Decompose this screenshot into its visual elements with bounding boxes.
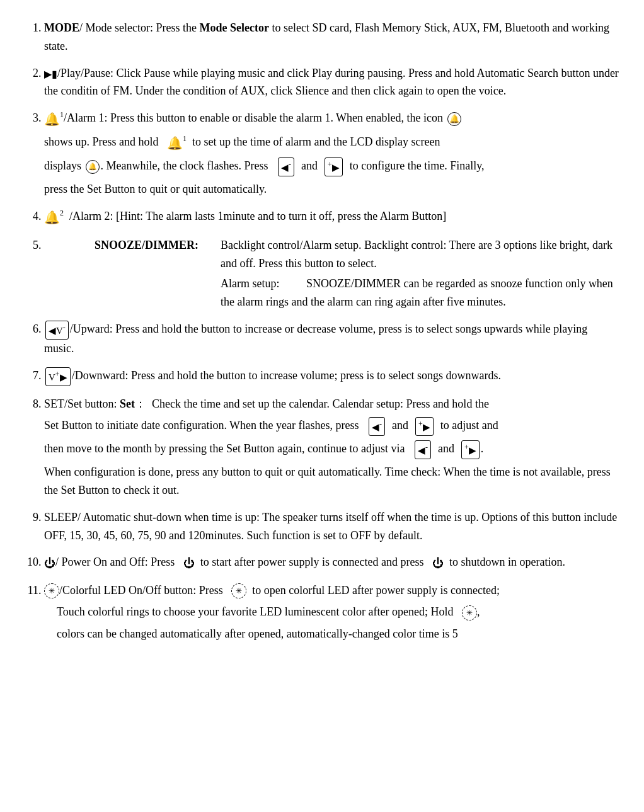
snooze-label: SNOOZE/DIMMER: [95, 236, 221, 273]
led-press-icon: ✳ [231, 583, 246, 598]
snooze-backlight: Backlight control/Alarm setup. Backlight… [221, 236, 619, 273]
alarm1-circle-icon: 🔔 [447, 112, 461, 126]
list-item-8: SET/Set button: Set： Check the time and … [44, 395, 619, 500]
item-8-para1: SET/Set button: Set： Check the time and … [44, 395, 619, 413]
item-1-text: MODE/ Mode selector: Press the Mode Sele… [44, 21, 609, 52]
item-2-text: ▶▮/Play/Pause: Click Pause while playing… [44, 67, 619, 98]
list-item-4: 🔔2 /Alarm 2: [Hint: The alarm lasts 1min… [44, 207, 619, 227]
power-off-icon: ⏻ [432, 554, 444, 573]
list-item-2: ▶▮/Play/Pause: Click Pause while playing… [44, 64, 619, 101]
alarm1-hold-icon: 🔔 [167, 133, 183, 153]
arrow-right-btn: +▶ [325, 157, 343, 176]
item-6-text: ◀V-/Upward: Press and hold the button to… [44, 323, 587, 355]
item-7-text: V+▶/Downward: Press and hold the button … [44, 369, 501, 382]
list-item-11: ✳/Colorful LED On/Off button: Press ✳ to… [44, 581, 619, 643]
set-bold: Set [120, 397, 135, 410]
snooze-alarm-content: Alarm setup: SNOOZE/DIMMER can be regard… [221, 272, 619, 311]
item-8-para2: Set Button to initiate date configuratio… [44, 416, 619, 436]
arrow-left-btn: ◀- [278, 157, 294, 176]
alarm1-icon: 🔔 [44, 109, 60, 129]
snooze-table: SNOOZE/DIMMER: Backlight control/Alarm s… [95, 236, 619, 311]
vol-down-icon: ◀V- [45, 321, 69, 340]
set-arrow-left: ◀- [369, 417, 385, 436]
power-icon: ⏻ [44, 554, 55, 573]
alarm2-icon: 🔔 [44, 207, 60, 227]
vol-up-icon: V+▶ [45, 367, 71, 386]
item-3-para4: press the Set Button to quit or quit aut… [44, 180, 619, 198]
item-11-para1: ✳/Colorful LED On/Off button: Press ✳ to… [44, 581, 619, 600]
item-3-para2: shows up. Press and hold 🔔1 to set up th… [44, 133, 619, 153]
item-10-text: ⏻/ Power On and Off: Press ⏻ to start af… [44, 553, 619, 572]
mode-bold: MODE [44, 21, 79, 34]
set-arrow-left2: ◀- [415, 440, 431, 459]
list-item-6: ◀V-/Upward: Press and hold the button to… [44, 320, 619, 358]
led-hold-icon: ✳ [462, 605, 477, 620]
list-item-7: V+▶/Downward: Press and hold the button … [44, 367, 619, 386]
set-arrow-right2: +▶ [461, 440, 480, 459]
alarm1-displays-icon: 🔔 [86, 160, 100, 174]
item-8-para4: When configuration is done, press any bu… [44, 463, 619, 500]
item-11-para2: Touch colorful rings to choose your favo… [57, 603, 619, 621]
item-4-text: 🔔2 /Alarm 2: [Hint: The alarm lasts 1min… [44, 210, 446, 222]
list-item-10: ⏻/ Power On and Off: Press ⏻ to start af… [44, 553, 619, 572]
item-8-para3: then move to the month by pressing the S… [44, 440, 619, 459]
snooze-alarm-label [95, 272, 221, 311]
item-3-para3: displays 🔔. Meanwhile, the clock flashes… [44, 157, 619, 176]
set-arrow-right: +▶ [415, 417, 434, 436]
list-item-3: 🔔1/Alarm 1: Press this button to enable … [44, 109, 619, 198]
item-5-content: SNOOZE/DIMMER: Backlight control/Alarm s… [44, 236, 619, 311]
play-pause-icon: ▶▮ [44, 66, 57, 83]
item-9-text: SLEEP/ Automatic shut-down when time is … [44, 511, 617, 542]
mode-selector-bold: Mode Selector [199, 21, 268, 34]
led-icon: ✳ [44, 583, 59, 598]
item-11-para3: colors can be changed automatically afte… [57, 625, 619, 643]
list-item-9: SLEEP/ Automatic shut-down when time is … [44, 508, 619, 545]
item-3-para1: 🔔1/Alarm 1: Press this button to enable … [44, 109, 619, 129]
list-item-1: MODE/ Mode selector: Press the Mode Sele… [44, 19, 619, 55]
power-start-icon: ⏻ [183, 554, 195, 573]
list-item-5: SNOOZE/DIMMER: Backlight control/Alarm s… [44, 236, 619, 311]
